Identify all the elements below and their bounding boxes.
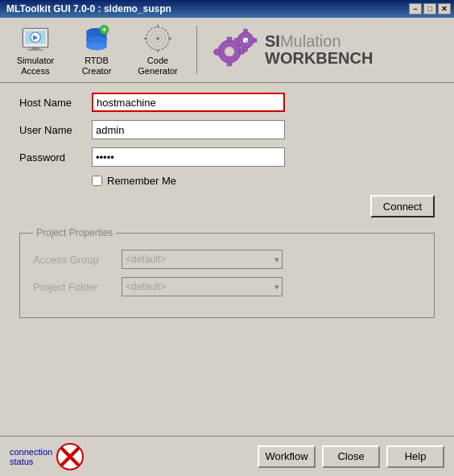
svg-text:▶: ▶ [33,34,39,41]
logo-workbench-text: WORKBENCH [265,49,373,67]
maximize-button[interactable]: □ [423,3,436,14]
project-properties-fieldset: Project Properties Access Group <default… [19,227,435,318]
remember-me-checkbox[interactable] [92,176,102,186]
access-group-row: Access Group <default> [33,250,421,269]
rtdb-creator-label: RTDB Creator [82,56,112,77]
code-generator-label: Code Generator [138,56,178,77]
simulator-access-button[interactable]: ▶ Simulator Access [6,21,64,79]
status-line2: status [10,457,52,466]
rtdb-creator-icon: + [77,23,116,54]
svg-rect-4 [31,48,39,49]
svg-rect-23 [227,37,232,42]
title-bar-buttons: – □ ✕ [409,3,451,14]
project-folder-select[interactable]: <default> [122,277,283,296]
svg-text:+: + [102,25,107,34]
host-name-input[interactable] [92,93,285,112]
access-group-select[interactable]: <default> [122,250,283,269]
svg-rect-5 [28,49,43,51]
access-group-label: Access Group [33,254,122,266]
status-icon [56,442,85,471]
title-bar: MLToolkit GUI 7.0-0 : sldemo_suspn – □ ✕ [0,0,454,18]
main-content: Host Name User Name Password Remember Me… [0,83,454,337]
connect-button[interactable]: Connect [370,195,435,217]
project-folder-wrapper: <default> [122,277,283,296]
status-text: connection status [10,447,52,466]
simulator-access-label: Simulator Access [17,56,54,77]
password-row: Password [19,147,435,167]
close-button[interactable]: Close [322,445,380,468]
project-legend: Project Properties [33,227,116,238]
remember-me-label: Remember Me [107,175,176,187]
bottom-bar: connection status Workflow Close Help [0,436,454,476]
status-area: connection status [10,442,85,471]
svg-text:↗: ↗ [244,39,248,44]
user-name-input[interactable] [92,120,285,139]
password-label: Password [19,151,92,163]
logo-area: ↗ SIMulation WORKBENCH [213,26,373,74]
simulator-access-icon: ▶ [16,23,55,54]
svg-rect-34 [244,48,248,52]
rtdb-creator-button[interactable]: + RTDB Creator [68,21,126,79]
code-generator-button[interactable]: Code Generator [129,21,187,79]
user-name-label: User Name [19,124,92,136]
svg-rect-35 [253,39,257,43]
user-name-row: User Name [19,120,435,139]
svg-point-10 [86,43,106,50]
svg-point-22 [225,47,234,56]
toolbar: ▶ Simulator Access + RTDB Creator [0,18,454,83]
code-generator-icon [138,23,177,54]
bottom-buttons: Workflow Close Help [258,445,444,468]
svg-rect-24 [227,61,232,66]
svg-rect-33 [244,29,248,33]
status-line1: connection [10,447,52,457]
project-folder-row: Project Folder <default> [33,277,421,296]
connect-row: Connect [19,195,435,217]
password-input[interactable] [92,147,285,167]
svg-rect-36 [234,39,238,43]
logo-gear-icon: ↗ [213,26,262,74]
toolbar-separator [196,26,197,74]
window-title: MLToolkit GUI 7.0-0 : sldemo_suspn [6,3,171,14]
project-folder-label: Project Folder [33,281,122,293]
host-name-label: Host Name [19,97,92,109]
remember-me-row: Remember Me [92,175,435,187]
workflow-button[interactable]: Workflow [258,445,316,468]
logo-sim-text: SIMulation [265,33,373,49]
access-group-wrapper: <default> [122,250,283,269]
svg-point-16 [156,36,160,40]
host-name-row: Host Name [19,93,435,112]
close-window-button[interactable]: ✕ [438,3,451,14]
minimize-button[interactable]: – [409,3,422,14]
help-button[interactable]: Help [386,445,444,468]
